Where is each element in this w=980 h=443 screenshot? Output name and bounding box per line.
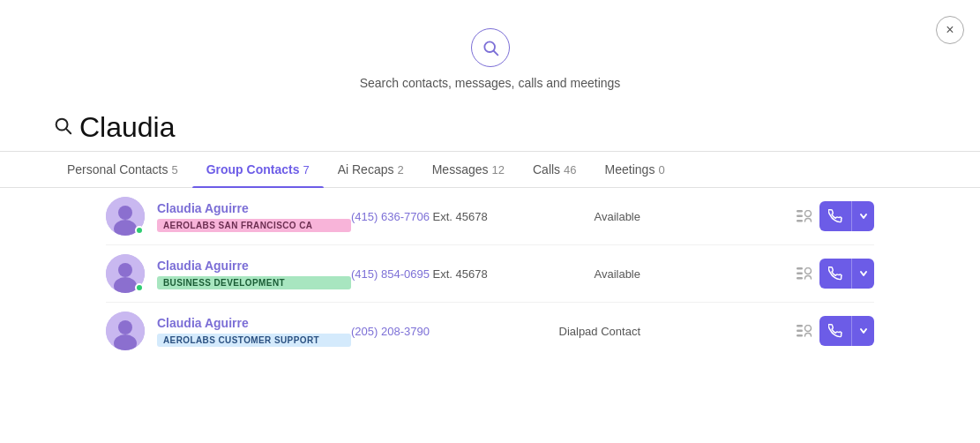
phone-number: (205) 208-3790 <box>351 325 430 338</box>
svg-rect-22 <box>797 330 803 333</box>
tab-messages[interactable]: Messages 12 <box>418 152 519 187</box>
contact-status: Dialpad Contact <box>545 325 651 338</box>
tab-group-contacts[interactable]: Group Contacts 7 <box>192 152 324 187</box>
svg-rect-7 <box>797 210 803 213</box>
contact-tag: AEROLABS CUSTOMER SUPPORT <box>157 334 351 347</box>
phone-ext-text: Ext. 45678 <box>433 210 488 223</box>
svg-point-17 <box>805 268 812 274</box>
phone-number: (415) 636-7706 <box>351 210 430 223</box>
tab-group-contacts-label: Group Contacts <box>206 162 300 176</box>
search-area: Search contacts, messages, calls and mee… <box>0 0 980 99</box>
svg-rect-16 <box>797 277 803 280</box>
search-query-row: Claudia <box>0 99 980 151</box>
status-dot <box>135 283 144 292</box>
table-row: Claudia Aguirre BUSINESS DEVELOPMENT (41… <box>106 245 874 303</box>
svg-point-10 <box>805 211 812 217</box>
call-chevron-button[interactable] <box>851 316 874 346</box>
tab-personal-contacts-label: Personal Contacts <box>67 162 168 176</box>
contact-phone: (205) 208-3790 <box>351 325 545 338</box>
close-button[interactable]: × <box>936 16 964 44</box>
tab-calls-label: Calls <box>533 162 560 176</box>
tab-messages-label: Messages <box>432 162 489 176</box>
contact-detail-button[interactable] <box>789 201 819 231</box>
action-buttons <box>789 201 874 231</box>
table-row: Claudia Aguirre AEROLABS SAN FRANCISCO C… <box>106 188 874 245</box>
svg-line-3 <box>66 129 71 133</box>
svg-point-5 <box>118 206 132 220</box>
tab-personal-contacts[interactable]: Personal Contacts 5 <box>53 152 192 187</box>
svg-rect-14 <box>797 267 803 270</box>
call-button-group <box>819 259 874 289</box>
call-button-group <box>819 201 874 231</box>
tab-personal-contacts-count: 5 <box>171 163 177 176</box>
phone-number: (415) 854-0695 <box>351 267 430 281</box>
svg-rect-9 <box>797 220 803 222</box>
tab-meetings-count: 0 <box>658 163 664 176</box>
action-buttons <box>789 259 874 289</box>
tab-messages-count: 12 <box>492 163 505 176</box>
call-chevron-button[interactable] <box>851 201 874 231</box>
contact-tag: BUSINESS DEVELOPMENT <box>157 276 351 289</box>
contact-detail-button[interactable] <box>789 259 819 289</box>
contact-status: Available <box>545 267 651 281</box>
call-button-group <box>819 316 874 346</box>
contact-name: Claudia Aguirre <box>157 316 351 330</box>
contact-detail-button[interactable] <box>789 316 819 346</box>
contact-name: Claudia Aguirre <box>157 201 351 215</box>
status-dot <box>135 226 144 235</box>
tab-meetings-label: Meetings <box>605 162 655 176</box>
call-chevron-button[interactable] <box>851 259 874 289</box>
call-button[interactable] <box>819 316 851 346</box>
contact-tag: AEROLABS SAN FRANCISCO CA <box>157 219 351 232</box>
avatar <box>106 254 145 293</box>
contact-info: Claudia Aguirre AEROLABS CUSTOMER SUPPOR… <box>157 316 351 347</box>
contact-info: Claudia Aguirre BUSINESS DEVELOPMENT <box>157 259 351 289</box>
avatar <box>106 197 145 236</box>
phone-ext-text: Ext. 45678 <box>433 267 488 281</box>
contact-list: Claudia Aguirre AEROLABS SAN FRANCISCO C… <box>0 188 980 359</box>
tab-ai-recaps-label: Ai Recaps <box>338 162 394 176</box>
search-icon-circle <box>471 28 510 67</box>
tab-group-contacts-count: 7 <box>303 163 309 176</box>
tab-ai-recaps[interactable]: Ai Recaps 2 <box>324 152 418 187</box>
contact-status: Available <box>545 210 651 223</box>
call-button[interactable] <box>819 201 851 231</box>
svg-rect-15 <box>797 273 803 275</box>
svg-rect-21 <box>797 325 803 327</box>
svg-rect-8 <box>797 215 803 218</box>
table-row: Claudia Aguirre AEROLABS CUSTOMER SUPPOR… <box>106 303 874 359</box>
contact-name: Claudia Aguirre <box>157 259 351 273</box>
tab-calls-count: 46 <box>564 163 576 176</box>
action-buttons <box>789 316 874 346</box>
svg-rect-23 <box>797 334 803 337</box>
tabs-row: Personal Contacts 5 Group Contacts 7 Ai … <box>0 152 980 188</box>
contact-phone: (415) 636-7706 Ext. 45678 <box>351 210 545 223</box>
search-hint: Search contacts, messages, calls and mee… <box>360 76 621 90</box>
tab-meetings[interactable]: Meetings 0 <box>591 152 679 187</box>
search-icon <box>482 39 499 56</box>
avatar <box>106 312 145 350</box>
tab-calls[interactable]: Calls 46 <box>519 152 591 187</box>
svg-point-19 <box>118 320 132 334</box>
call-button[interactable] <box>819 259 851 289</box>
search-query-icon <box>53 116 72 139</box>
svg-point-24 <box>805 326 812 332</box>
svg-point-12 <box>118 263 132 277</box>
search-query-text: Claudia <box>79 111 176 144</box>
contact-phone: (415) 854-0695 Ext. 45678 <box>351 267 545 281</box>
svg-line-1 <box>493 51 497 56</box>
contact-info: Claudia Aguirre AEROLABS SAN FRANCISCO C… <box>157 201 351 232</box>
tab-ai-recaps-count: 2 <box>397 163 403 176</box>
